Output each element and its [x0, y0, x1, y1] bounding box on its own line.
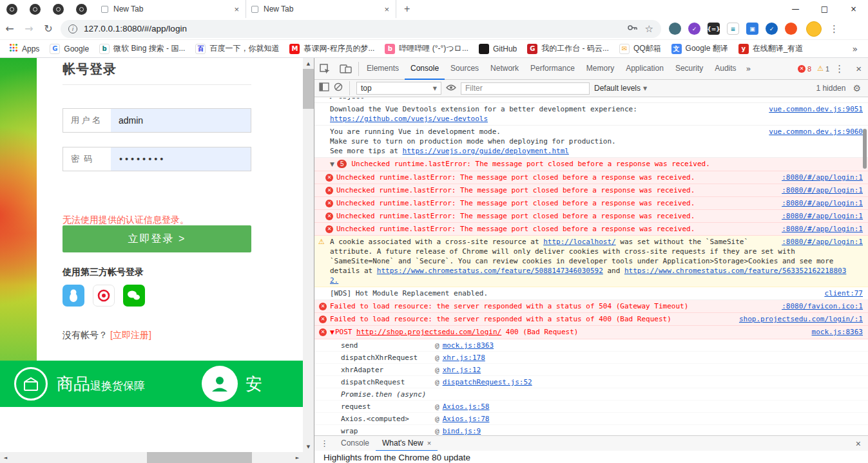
- device-toolbar-icon[interactable]: [335, 64, 356, 74]
- horizontal-scrollbar-thumb[interactable]: [147, 452, 252, 463]
- bookmark-item[interactable]: G我的工作台 - 码云...: [522, 41, 614, 57]
- message-link[interactable]: https://github.com/vuejs/vue-devtools: [330, 115, 488, 123]
- drawer-tab-console[interactable]: Console: [334, 436, 376, 451]
- tab-close-icon[interactable]: ×: [383, 5, 391, 14]
- source-location-link[interactable]: :8080/#/app/login:1: [782, 185, 863, 195]
- source-location-link[interactable]: vue.common.dev.js:9051: [769, 104, 863, 114]
- pinned-tab-favicon[interactable]: [53, 4, 64, 15]
- bookmark-item[interactable]: 百百度一下，你就知道: [190, 41, 284, 57]
- password-field[interactable]: 密 码 ••••••••: [63, 147, 251, 171]
- stack-source-link[interactable]: bind.js:9: [443, 427, 481, 435]
- bookmark-item[interactable]: M慕课网-程序员的梦...: [284, 41, 380, 57]
- profile-avatar[interactable]: [806, 21, 822, 37]
- drawer-close-icon[interactable]: ×: [849, 439, 868, 449]
- devtools-menu-icon[interactable]: ⋮: [829, 63, 849, 75]
- extension-braces-icon[interactable]: {=}: [708, 23, 720, 35]
- live-expression-eye-icon[interactable]: [446, 82, 456, 94]
- bookmark-item[interactable]: y在线翻译_有道: [733, 41, 809, 57]
- inspect-element-icon[interactable]: [314, 63, 335, 75]
- bookmark-item[interactable]: b微软 Bing 搜索 - 国...: [94, 41, 190, 57]
- more-tabs-icon[interactable]: »: [742, 64, 755, 73]
- weibo-icon[interactable]: [93, 285, 115, 307]
- site-info-icon[interactable]: i: [68, 24, 77, 33]
- source-location-link[interactable]: mock.js:8363: [812, 327, 863, 337]
- stack-source-link[interactable]: dispatchRequest.js:52: [443, 378, 532, 386]
- password-input[interactable]: ••••••••: [111, 147, 251, 171]
- source-location-link[interactable]: :8080/#/app/login:1: [782, 224, 863, 234]
- stack-source-link[interactable]: Axios.js:58: [443, 402, 490, 411]
- back-icon[interactable]: ←: [0, 23, 19, 35]
- scroll-up-icon[interactable]: ▲: [303, 58, 314, 69]
- reload-icon[interactable]: ↻: [39, 23, 58, 35]
- username-field[interactable]: 用 户 名 admin: [63, 108, 251, 133]
- tab-close-icon[interactable]: ×: [233, 5, 240, 14]
- stack-source-link[interactable]: xhr.js:12: [443, 366, 481, 374]
- extension-list-icon[interactable]: ≡: [727, 23, 739, 35]
- drawer-tab-whats-new[interactable]: What's New ×: [376, 436, 438, 451]
- devtools-tab-security[interactable]: Security: [670, 58, 709, 80]
- extension-orange-dot-icon[interactable]: [785, 23, 797, 35]
- devtools-tab-application[interactable]: Application: [620, 58, 670, 80]
- expand-triangle-icon[interactable]: ▼: [330, 161, 334, 167]
- message-link[interactable]: https://www.chromestatus.com/feature/563…: [624, 267, 846, 275]
- bookmark-item[interactable]: GGoogle: [44, 41, 94, 57]
- message-link[interactable]: https://www.chromestatus.com/feature/508…: [377, 267, 603, 275]
- message-link[interactable]: http://shop.projectsedu.com/login/: [356, 328, 501, 336]
- close-button[interactable]: ×: [839, 0, 868, 18]
- message-link[interactable]: https://vuejs.org/guide/deployment.html: [403, 147, 569, 155]
- extension-shield-check-icon[interactable]: ✓: [766, 23, 778, 35]
- expand-triangle-icon[interactable]: ▼: [330, 329, 334, 335]
- browser-tab-1[interactable]: New Tab ×: [96, 0, 246, 18]
- message-link[interactable]: http://localhost/: [543, 238, 616, 246]
- username-input[interactable]: admin: [111, 109, 251, 132]
- minimize-button[interactable]: —: [781, 0, 810, 18]
- devtools-tab-network[interactable]: Network: [485, 58, 525, 80]
- drawer-tab-close-icon[interactable]: ×: [427, 436, 431, 450]
- bookmark-star-icon[interactable]: ☆: [645, 23, 653, 35]
- wechat-icon[interactable]: [123, 285, 145, 307]
- source-location-link[interactable]: client:77: [824, 288, 863, 298]
- devtools-tab-performance[interactable]: Performance: [525, 58, 581, 80]
- login-submit-button[interactable]: 立即登录 >: [63, 225, 251, 252]
- console-sidebar-icon[interactable]: [319, 82, 329, 94]
- console-filter-input[interactable]: [461, 82, 590, 95]
- clear-console-icon[interactable]: [334, 82, 343, 94]
- pinned-tab-favicon[interactable]: [76, 4, 87, 15]
- page-horizontal-scrollbar[interactable]: ◄ ►: [0, 452, 303, 463]
- qq-icon[interactable]: [63, 285, 84, 307]
- page-vertical-scrollbar[interactable]: ▲ ▼: [303, 58, 314, 463]
- source-location-link[interactable]: :8080/#/app/login:1: [782, 237, 863, 247]
- drawer-menu-icon[interactable]: ⋮: [314, 439, 334, 448]
- source-location-link[interactable]: :8080/#/app/login:1: [782, 173, 863, 182]
- extension-globe-icon[interactable]: [669, 23, 681, 35]
- pinned-tab-favicon[interactable]: [6, 4, 17, 15]
- stack-source-link[interactable]: mock.js:8363: [443, 341, 494, 350]
- bookmark-item[interactable]: b哔哩哔哩 (°-°)つロ...: [380, 41, 473, 57]
- source-location-link[interactable]: vue.common.dev.js:9060: [769, 127, 863, 137]
- register-link[interactable]: [立即注册]: [110, 330, 151, 340]
- scroll-down-icon[interactable]: ▼: [303, 441, 314, 452]
- vertical-scrollbar-thumb[interactable]: [303, 69, 314, 109]
- stack-source-link[interactable]: Axios.js:78: [443, 415, 490, 423]
- extension-purple-check-icon[interactable]: ✓: [688, 23, 700, 35]
- console-settings-gear-icon[interactable]: ⚙: [850, 83, 863, 93]
- devtools-tab-memory[interactable]: Memory: [581, 58, 620, 80]
- devtools-tab-audits[interactable]: Audits: [709, 58, 742, 80]
- source-location-link[interactable]: :8080/favicon.ico:1: [782, 301, 863, 311]
- devtools-tab-console[interactable]: Console: [405, 58, 445, 80]
- devtools-tab-elements[interactable]: Elements: [361, 58, 405, 80]
- new-tab-button[interactable]: +: [396, 3, 418, 15]
- apps-shortcut[interactable]: Apps: [4, 41, 44, 57]
- maximize-button[interactable]: □: [810, 0, 839, 18]
- browser-tab-2[interactable]: New Tab ×: [246, 0, 396, 18]
- error-count-badge[interactable]: ✕ 8: [798, 65, 811, 73]
- devtools-close-icon[interactable]: ×: [849, 63, 868, 74]
- browser-menu-icon[interactable]: ⋮: [822, 23, 847, 35]
- source-location-link[interactable]: :8080/#/app/login:1: [782, 198, 863, 208]
- scroll-right-icon[interactable]: ►: [292, 452, 303, 463]
- bookmarks-overflow-icon[interactable]: »: [845, 44, 864, 54]
- warning-count-badge[interactable]: ⚠ 1: [817, 64, 829, 73]
- bookmark-item[interactable]: GitHub: [474, 41, 522, 57]
- devtools-tab-sources[interactable]: Sources: [445, 58, 485, 80]
- omnibox[interactable]: i 127.0.0.1:8080/#/app/login ☆: [61, 20, 661, 38]
